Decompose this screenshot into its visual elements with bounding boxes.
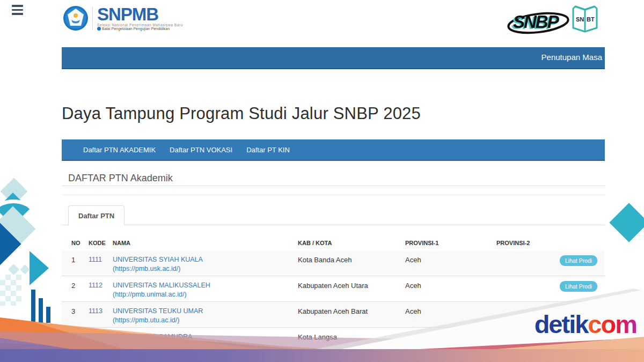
brand-tagline-2: Balai Pengelolaan Pengujian Pendidikan [97, 27, 183, 31]
marquee-text: Penutupan Masa [541, 53, 602, 62]
bar-shape [39, 298, 43, 323]
snbt-left-text: SN [576, 16, 584, 23]
diamond-shape-right [609, 203, 644, 242]
kode-link[interactable]: 1113 [89, 307, 103, 315]
col-kode: KODE [89, 240, 106, 246]
bar-shape [46, 307, 50, 323]
divider [62, 186, 605, 186]
university-url-link[interactable]: (http://pmb.unimal.ac.id/) [113, 291, 187, 298]
table-body: 1 1111 UNIVERSITAS SYIAH KUALA (https://… [62, 250, 605, 353]
snbp-logo: SNBP [509, 8, 568, 35]
menu-hamburger-icon[interactable] [12, 5, 23, 17]
page-title: Daya Tampung Program Studi Jalur SNBP 20… [62, 104, 421, 123]
lihat-prodi-button[interactable]: Lihat Prodi [560, 281, 597, 292]
diamond-shape [20, 264, 30, 274]
brand-name: SNPMB [97, 6, 183, 23]
university-url-link[interactable]: (https://pmb.utu.ac.id/) [113, 316, 179, 324]
logo-divider [92, 6, 93, 30]
col-nama: NAMA [113, 240, 130, 246]
triangle-shape [30, 251, 49, 285]
kode-link[interactable]: 1111 [89, 256, 102, 263]
bar-shape [31, 290, 35, 323]
checker-pattern [0, 275, 21, 306]
main-nav-tabs: Daftar PTN AKADEMIK Daftar PTN VOKASI Da… [62, 139, 605, 161]
announcement-marquee-bar: Penutupan Masa [62, 47, 605, 69]
table-row: 1 1111 UNIVERSITAS SYIAH KUALA (https://… [62, 250, 605, 276]
col-provinsi-1: PROVINSI-1 [405, 240, 438, 246]
detikcom-watermark: detikcom [535, 309, 636, 339]
col-kab-kota: KAB / KOTA [298, 240, 332, 246]
snpmb-logo[interactable]: SNPMB Seleksi Nasional Penerimaan Mahasi… [63, 6, 183, 31]
tab-daftar-pt-kin[interactable]: Daftar PT KIN [246, 146, 290, 154]
table-row: UNIVERSITAS SAMUDRA Kota Langsa Lihat Pr… [62, 327, 605, 353]
divider [62, 195, 605, 195]
university-url-link[interactable]: (https://pmb.usk.ac.id/) [113, 265, 180, 272]
tab-border-line [62, 225, 605, 225]
table-header: NO KODE NAMA KAB / KOTA PROVINSI-1 PROVI… [62, 234, 605, 251]
snbp-logo-text: SNBP [513, 12, 558, 32]
diamond-shape [8, 264, 19, 275]
lihat-prodi-button[interactable]: Lihat Prodi [560, 255, 597, 266]
university-link[interactable]: UNIVERSITAS TEUKU UMAR [113, 307, 203, 315]
university-link[interactable]: UNIVERSITAS SYIAH KUALA [113, 256, 203, 263]
snbt-right-text: BT [587, 16, 595, 23]
tab-daftar-ptn[interactable]: Daftar PTN [68, 205, 125, 226]
table-row: 3 1113 UNIVERSITAS TEUKU UMAR (https://p… [62, 301, 605, 327]
panel-title: DAFTAR PTN Akademik [68, 173, 173, 184]
kode-link[interactable]: 1112 [89, 282, 103, 289]
table-row: 2 1112 UNIVERSITAS MALIKUSSALEH (http://… [62, 276, 605, 301]
brand-tagline-1: Seleksi Nasional Penerimaan Mahasiswa Ba… [97, 23, 183, 27]
university-link[interactable]: UNIVERSITAS SAMUDRA [113, 333, 192, 341]
snbt-logo: SN BT [570, 5, 600, 35]
col-no: NO [71, 240, 80, 246]
tab-daftar-ptn-akademik[interactable]: Daftar PTN AKADEMIK [83, 146, 156, 154]
bppp-mini-logo-icon [97, 27, 101, 31]
col-provinsi-2: PROVINSI-2 [496, 240, 530, 246]
university-link[interactable]: UNIVERSITAS MALIKUSSALEH [113, 282, 210, 289]
kemdikbud-emblem-icon [63, 6, 88, 31]
tab-daftar-ptn-vokasi[interactable]: Daftar PTN VOKASI [170, 146, 232, 154]
